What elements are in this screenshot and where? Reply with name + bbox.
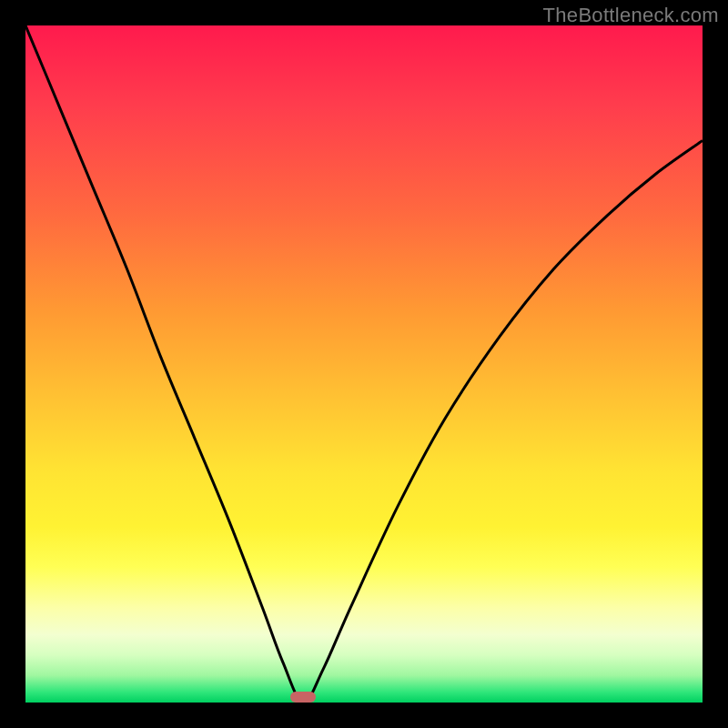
chart-plot-area — [25, 25, 703, 703]
chart-frame: TheBottleneck.com — [0, 0, 728, 728]
curve-path — [25, 25, 703, 703]
min-marker — [290, 692, 316, 703]
watermark-text: TheBottleneck.com — [543, 4, 719, 27]
bottleneck-curve — [25, 25, 703, 703]
